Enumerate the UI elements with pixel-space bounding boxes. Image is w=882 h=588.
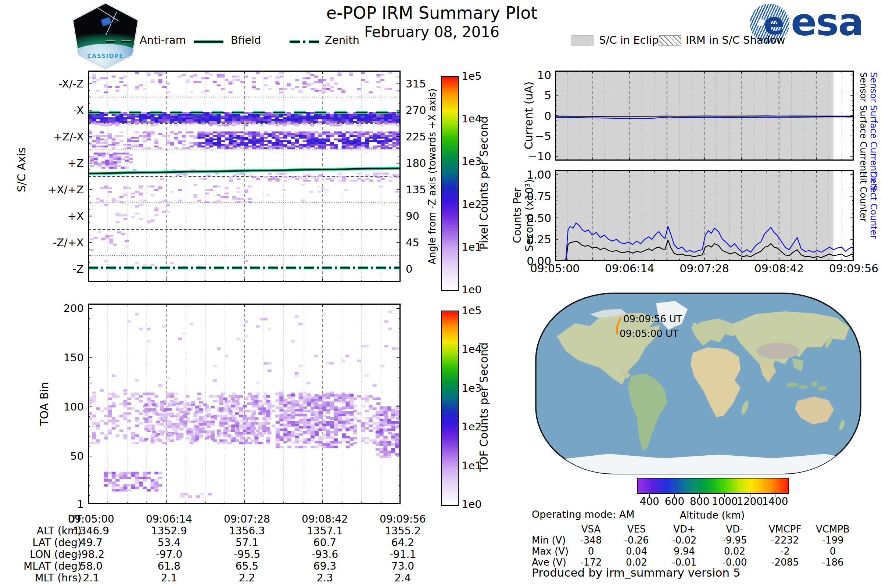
cassiope-label: CASSIOPE (70, 53, 140, 60)
voltage-row-label: Max (V) (532, 546, 568, 557)
sc-axis-row-label: +X (14, 210, 84, 222)
tibet-plateau (757, 343, 800, 359)
track-start-time-label: 09:05:00 UT (620, 328, 678, 339)
pixel-colorbar-tick: 1e2 (462, 198, 482, 211)
voltage-cell: -2232 (759, 535, 811, 546)
nav-table-cell: 61.8 (134, 560, 204, 572)
nav-table-cell: 2.3 (290, 572, 360, 584)
counts-ytick: 1.00 (496, 168, 551, 181)
nav-table-cell: -93.6 (290, 548, 360, 560)
tof-counts-colorbar-label: TOF Counts per Second (477, 342, 490, 472)
counts-ytick: 0.25 (496, 233, 551, 246)
altitude-tick-label: 1400 (753, 495, 797, 507)
voltage-cell: -2 (759, 546, 811, 557)
indonesia-island (810, 382, 818, 386)
legend-shadow-label: IRM in S/C Shadow (686, 34, 785, 46)
nav-table-cell: 1352.9 (134, 525, 204, 537)
sensor-current-side-label: Sensor Surface Current (858, 72, 868, 175)
toa-bin-tick: 150 (14, 351, 84, 364)
nav-table-cell: 1356.3 (212, 525, 282, 537)
voltage-cell: 0 (807, 546, 858, 557)
nav-table-cell: 58.0 (56, 560, 126, 572)
anti-ram-line-sample (106, 38, 131, 45)
sc-axis-row-label: -X (14, 104, 84, 117)
tof-colorbar-tick: 1e5 (462, 304, 482, 317)
nav-table-cell: 09:05:00 (56, 513, 126, 525)
nav-table-cell: 53.4 (134, 537, 204, 549)
nav-table-cell: 2.2 (212, 572, 282, 584)
pixel-colorbar-tick: 1e0 (462, 284, 482, 296)
shadow-hatch-swatch (658, 35, 681, 46)
page-title: e-POP IRM Summary Plot (257, 3, 606, 23)
nav-table-cell: 09:09:56 (368, 513, 438, 525)
pixel-counts-colorbar (441, 76, 459, 291)
tof-colorbar-tick: 1e4 (462, 343, 482, 356)
sc-axis-row-label: -Z/+X (14, 236, 84, 249)
current-ytick: 0 (496, 109, 551, 122)
nav-table-cell: 49.7 (56, 537, 126, 549)
current-ytick: 10 (496, 68, 551, 81)
voltage-cell: -199 (807, 535, 858, 546)
cassiope-mission-patch: CASSIOPE (69, 2, 142, 70)
sensor-current-plot-canvas (555, 70, 854, 160)
nav-table-cell: 2.4 (368, 572, 438, 584)
time-axis-tick: 09:08:42 (739, 262, 819, 275)
sc-axis-spectrogram-canvas (88, 70, 400, 282)
angle-tick-label: 0 (406, 263, 412, 275)
british-isles (693, 323, 696, 329)
pixel-colorbar-tick: 1e1 (462, 241, 482, 253)
operating-mode: Operating mode: AM (532, 508, 634, 520)
time-axis-tick: 09:09:56 (813, 262, 882, 275)
angle-tick-label: 135 (406, 183, 426, 196)
nav-table-cell: -91.1 (368, 548, 438, 560)
voltage-cell: -0.00 (709, 557, 760, 568)
angle-tick-label: 225 (406, 130, 426, 143)
legend-zenith-label: Zenith (325, 34, 359, 46)
current-ytick: −5 (496, 129, 551, 142)
voltage-cell: 0.02 (709, 546, 760, 557)
voltage-cell: -172 (565, 557, 616, 568)
tof-counts-colorbar (441, 310, 459, 506)
angle-tick-label: 270 (406, 104, 426, 117)
nav-table-cell: 65.5 (212, 560, 282, 572)
voltage-cell: -0.02 (658, 535, 710, 546)
voltage-col-header: VMCPF (759, 524, 811, 535)
nav-table-cell: 09:07:28 (212, 513, 282, 525)
counters-plot-canvas (555, 170, 854, 261)
eclipse-swatch (572, 35, 594, 46)
angle-tick-label: 90 (406, 210, 419, 222)
nav-table-cell: 57.1 (212, 537, 282, 549)
nav-table-cell: -95.5 (212, 548, 282, 560)
nav-table-cell: -98.2 (56, 548, 126, 560)
nav-table-cell: 64.2 (368, 537, 438, 549)
nav-table-cell: 60.7 (290, 537, 360, 549)
time-axis-tick: 09:07:28 (664, 262, 745, 275)
toa-bin-tick: 50 (14, 450, 84, 462)
tof-colorbar-tick: 1e2 (462, 420, 482, 433)
legend-bfield-label: Bfield (231, 34, 261, 46)
indonesia-island (786, 382, 798, 387)
angle-tick-label: 315 (406, 78, 426, 90)
detect-counter-side-label: Detect Counter (869, 171, 878, 239)
voltage-col-header: VSA (565, 524, 616, 535)
altitude-colorbar (637, 478, 789, 494)
nav-table-cell: -97.0 (134, 548, 204, 560)
voltage-cell: -2085 (759, 557, 811, 568)
zenith-line-sample (290, 38, 319, 45)
voltage-col-header: VD+ (658, 524, 710, 535)
nav-table-cell: 2.1 (56, 572, 126, 584)
angle-tick-label: 45 (406, 236, 419, 249)
sc-axis-row-label: +Z (14, 157, 84, 170)
voltage-cell: 0 (565, 546, 616, 557)
tof-colorbar-tick: 1e1 (462, 459, 482, 472)
angle-axis-label: Angle from -Z axis (towards +X axis) (427, 88, 438, 265)
altitude-colorbar-label: Altitude (km) (680, 509, 744, 521)
summary-plot-page: CASSIOPE e-POP IRM Summary Plot February… (0, 0, 882, 588)
pixel-colorbar-tick: 1e4 (462, 112, 482, 125)
voltage-cell: -0.26 (611, 535, 662, 546)
voltage-cell: -9.95 (709, 535, 760, 546)
counts-ytick: 0.75 (496, 190, 551, 202)
tof-colorbar-tick: 1e0 (462, 498, 482, 510)
nav-table-cell: 73.0 (368, 560, 438, 572)
angle-tick-label: 180 (406, 157, 426, 170)
